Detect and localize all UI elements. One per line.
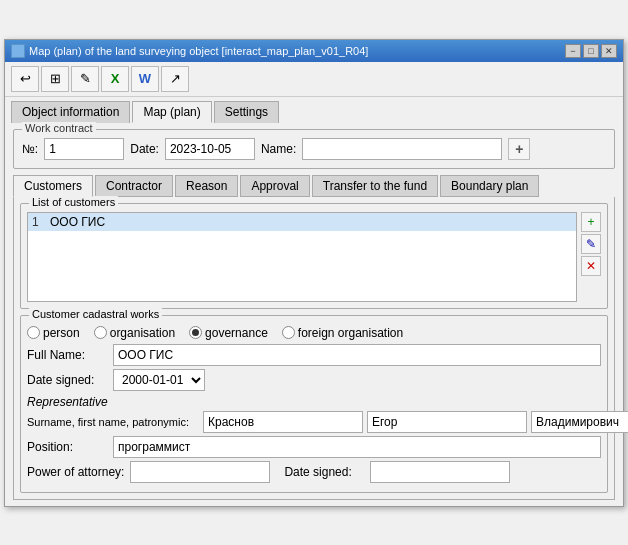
position-row: Position: bbox=[27, 436, 601, 458]
radio-organisation[interactable]: organisation bbox=[94, 326, 175, 340]
radio-foreign-indicator bbox=[282, 326, 295, 339]
radio-governance-indicator bbox=[189, 326, 202, 339]
work-contract-add-button[interactable]: + bbox=[508, 138, 530, 160]
radio-person-label: person bbox=[43, 326, 80, 340]
full-name-label: Full Name: bbox=[27, 348, 107, 362]
no-label: №: bbox=[22, 142, 38, 156]
patronymic-input[interactable] bbox=[531, 411, 628, 433]
radio-foreign-label: foreign organisation bbox=[298, 326, 403, 340]
list-customers-label: List of customers bbox=[29, 196, 118, 208]
inner-tabs: Customers Contractor Reason Approval Tra… bbox=[13, 175, 615, 197]
list-area: 1 ООО ГИС + ✎ ✕ bbox=[27, 212, 601, 302]
date-signed-row: Date signed: 2000-01-01 bbox=[27, 369, 601, 391]
tab-customers[interactable]: Customers bbox=[13, 175, 93, 197]
power-label: Power of attorney: bbox=[27, 465, 124, 479]
work-contract-label: Work contract bbox=[22, 122, 96, 134]
radio-organisation-label: organisation bbox=[110, 326, 175, 340]
title-controls: − □ ✕ bbox=[565, 44, 617, 58]
close-button[interactable]: ✕ bbox=[601, 44, 617, 58]
full-name-row: Full Name: bbox=[27, 344, 601, 366]
window-title: Map (plan) of the land surveying object … bbox=[29, 45, 368, 57]
radio-governance-label: governance bbox=[205, 326, 268, 340]
no-input[interactable] bbox=[44, 138, 124, 160]
tab-approval[interactable]: Approval bbox=[240, 175, 309, 197]
export-button[interactable]: ↗ bbox=[161, 66, 189, 92]
full-name-input[interactable] bbox=[113, 344, 601, 366]
date-signed-select[interactable]: 2000-01-01 bbox=[113, 369, 205, 391]
title-bar: Map (plan) of the land surveying object … bbox=[5, 40, 623, 62]
surname-input[interactable] bbox=[203, 411, 363, 433]
surname-label: Surname, first name, patronymic: bbox=[27, 416, 197, 428]
position-input[interactable] bbox=[113, 436, 601, 458]
date-signed2-label: Date signed: bbox=[284, 465, 364, 479]
tab-map-plan[interactable]: Map (plan) bbox=[132, 101, 211, 123]
representative-label: Representative bbox=[27, 395, 601, 409]
tab-settings[interactable]: Settings bbox=[214, 101, 279, 123]
main-tabs: Object information Map (plan) Settings bbox=[5, 97, 623, 123]
add-customer-button[interactable]: + bbox=[581, 212, 601, 232]
work-contract-row: №: Date: Name: + bbox=[22, 138, 606, 160]
date-label: Date: bbox=[130, 142, 159, 156]
date-signed-label: Date signed: bbox=[27, 373, 107, 387]
back-button[interactable]: ↩ bbox=[11, 66, 39, 92]
row-number: 1 bbox=[32, 215, 50, 229]
main-window: Map (plan) of the land surveying object … bbox=[4, 39, 624, 507]
radio-foreign[interactable]: foreign organisation bbox=[282, 326, 403, 340]
edit-customer-button[interactable]: ✎ bbox=[581, 234, 601, 254]
radio-person[interactable]: person bbox=[27, 326, 80, 340]
tab-object-information[interactable]: Object information bbox=[11, 101, 130, 123]
app-icon bbox=[11, 44, 25, 58]
minimize-button[interactable]: − bbox=[565, 44, 581, 58]
work-contract-group: Work contract №: Date: Name: + bbox=[13, 129, 615, 169]
power-input[interactable] bbox=[130, 461, 270, 483]
cadastral-group-label: Customer cadastral works bbox=[29, 308, 162, 320]
power-row: Power of attorney: Date signed: bbox=[27, 461, 601, 483]
position-label: Position: bbox=[27, 440, 107, 454]
radio-governance[interactable]: governance bbox=[189, 326, 268, 340]
customer-cadastral-group: Customer cadastral works person organisa… bbox=[20, 315, 608, 493]
radio-organisation-indicator bbox=[94, 326, 107, 339]
edit-button[interactable]: ✎ bbox=[71, 66, 99, 92]
date-signed2-input[interactable] bbox=[370, 461, 510, 483]
maximize-button[interactable]: □ bbox=[583, 44, 599, 58]
surname-row: Surname, first name, patronymic: bbox=[27, 411, 601, 433]
home-button[interactable]: ⊞ bbox=[41, 66, 69, 92]
radio-person-indicator bbox=[27, 326, 40, 339]
content-area: Work contract №: Date: Name: + Customers… bbox=[5, 123, 623, 506]
radio-row: person organisation governance foreign o… bbox=[27, 326, 601, 340]
customer-name: ООО ГИС bbox=[50, 215, 105, 229]
tab-reason[interactable]: Reason bbox=[175, 175, 238, 197]
delete-customer-button[interactable]: ✕ bbox=[581, 256, 601, 276]
tab-boundary[interactable]: Boundary plan bbox=[440, 175, 539, 197]
tab-contractor[interactable]: Contractor bbox=[95, 175, 173, 197]
toolbar: ↩ ⊞ ✎ X W ↗ bbox=[5, 62, 623, 97]
name-input[interactable] bbox=[302, 138, 502, 160]
tab-customers-content: List of customers 1 ООО ГИС + ✎ ✕ bbox=[13, 197, 615, 500]
list-action-buttons: + ✎ ✕ bbox=[581, 212, 601, 302]
date-input[interactable] bbox=[165, 138, 255, 160]
first-name-input[interactable] bbox=[367, 411, 527, 433]
customers-list[interactable]: 1 ООО ГИС bbox=[27, 212, 577, 302]
name-label: Name: bbox=[261, 142, 296, 156]
table-row[interactable]: 1 ООО ГИС bbox=[28, 213, 576, 231]
word-button[interactable]: W bbox=[131, 66, 159, 92]
tab-transfer[interactable]: Transfer to the fund bbox=[312, 175, 438, 197]
title-bar-left: Map (plan) of the land surveying object … bbox=[11, 44, 368, 58]
list-of-customers-group: List of customers 1 ООО ГИС + ✎ ✕ bbox=[20, 203, 608, 309]
excel-button[interactable]: X bbox=[101, 66, 129, 92]
name-inputs bbox=[203, 411, 628, 433]
